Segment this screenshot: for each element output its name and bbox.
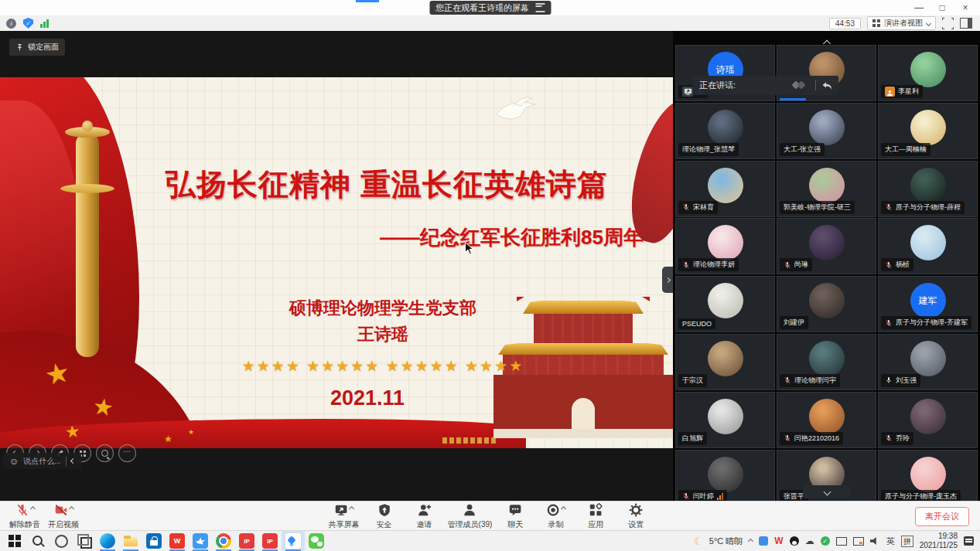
participant-tile[interactable]: 闫叶婷 bbox=[675, 450, 775, 501]
participant-tile[interactable]: 杨桢 bbox=[878, 218, 978, 274]
chevron-up-icon[interactable] bbox=[29, 506, 35, 512]
chevron-up-icon[interactable] bbox=[561, 506, 566, 512]
participant-tile[interactable]: 刘玉强 bbox=[878, 334, 978, 390]
participant-tile[interactable]: 理论物理李妍 bbox=[675, 218, 775, 274]
taskbar-chrome-button[interactable] bbox=[212, 531, 235, 551]
network-quality-icon[interactable] bbox=[40, 19, 49, 28]
toolbar-button-label: 共享屏幕 bbox=[329, 519, 360, 530]
participant-tile[interactable]: 理论物理闫宇 bbox=[777, 334, 876, 390]
fullscreen-icon[interactable] bbox=[942, 18, 954, 29]
collapse-panel-button[interactable] bbox=[662, 267, 673, 293]
quick-chat-pill[interactable]: ☺ 说点什么... bbox=[3, 453, 81, 469]
tray-app-icon[interactable] bbox=[759, 536, 768, 546]
volume-tray-icon[interactable] bbox=[870, 537, 880, 545]
participant-name: 原子与分子物理-薛程 bbox=[896, 202, 961, 213]
participant-tile[interactable]: 大工-张立强 bbox=[777, 103, 876, 159]
leave-meeting-button[interactable]: 离开会议 bbox=[915, 507, 969, 526]
collapse-pill-icon[interactable] bbox=[70, 458, 76, 464]
taskbar-taskview-button[interactable] bbox=[73, 531, 96, 551]
taskbar-start-button[interactable] bbox=[3, 531, 26, 551]
participant-nameplate: 尚琳 bbox=[780, 258, 812, 271]
more-options-button[interactable]: ⋯ bbox=[118, 444, 136, 462]
toolbar-monitor-button[interactable]: 共享屏幕 bbox=[327, 504, 361, 530]
toolbar-apps-button[interactable]: 应用 bbox=[579, 504, 613, 530]
scroll-down-button[interactable] bbox=[803, 485, 851, 498]
participant-tile[interactable]: 闫艳22102016 bbox=[777, 392, 876, 448]
ime-indicator[interactable]: 拼 bbox=[901, 536, 913, 547]
record-icon bbox=[546, 503, 560, 517]
participant-name: 于宗汉 bbox=[682, 376, 703, 386]
taskbar-wechat-button[interactable] bbox=[305, 531, 328, 551]
toolbar-chat-button[interactable]: 聊天 bbox=[498, 504, 532, 530]
emoji-icon[interactable]: ☺ bbox=[9, 457, 19, 466]
scroll-up-button[interactable] bbox=[808, 34, 845, 51]
wps-tray-icon[interactable]: W bbox=[774, 536, 783, 546]
toolbar-person-button[interactable]: 管理成员(39) bbox=[448, 504, 493, 530]
apps-icon bbox=[589, 503, 603, 517]
toolbar-cam-off-button[interactable]: 开启视频 bbox=[46, 504, 80, 530]
display-tray-icon[interactable] bbox=[836, 537, 847, 546]
close-button[interactable]: × bbox=[954, 0, 977, 15]
participant-avatar bbox=[708, 225, 743, 260]
reply-arrow-icon[interactable] bbox=[821, 81, 832, 90]
participant-tile[interactable]: 郭美岐-物理学院-研三 bbox=[777, 161, 876, 217]
toolbar-person-plus-button[interactable]: 邀请 bbox=[408, 504, 442, 530]
taskbar-wps-button[interactable]: W bbox=[166, 531, 189, 551]
participant-name: 理论物理闫宇 bbox=[794, 376, 836, 386]
qq-tray-icon[interactable] bbox=[790, 536, 799, 546]
speaking-label: 正在讲话: bbox=[699, 80, 736, 91]
taskbar-class2-button[interactable]: IP bbox=[258, 531, 282, 551]
toolbar-shield-button[interactable]: 安全 bbox=[367, 504, 401, 530]
participant-tile[interactable]: 宋林育 bbox=[675, 161, 775, 217]
participant-tile[interactable]: PSEUDO bbox=[675, 276, 775, 332]
minimize-button[interactable]: — bbox=[907, 0, 930, 15]
participant-tile[interactable]: 建军 原子与分子物理-齐建军 bbox=[878, 276, 978, 332]
view-mode-button[interactable]: 演讲者视图 bbox=[867, 16, 936, 30]
participant-tile[interactable]: 原子与分子物理-庞玉杰 bbox=[878, 450, 978, 501]
participant-tile[interactable]: 刘建伊 bbox=[777, 276, 876, 332]
maximize-button[interactable]: □ bbox=[930, 0, 954, 15]
action-center-icon[interactable] bbox=[964, 536, 974, 546]
participant-nameplate: 白旭辉 bbox=[678, 432, 707, 445]
quick-chat-placeholder[interactable]: 说点什么... bbox=[23, 456, 60, 467]
security-shield-icon[interactable]: ✓ bbox=[23, 18, 33, 29]
taskbar-edge-button[interactable] bbox=[96, 531, 119, 551]
weather-moon-icon[interactable]: ☾ bbox=[694, 536, 703, 547]
security-tray-icon[interactable]: ✓ bbox=[821, 536, 830, 546]
participant-tile[interactable]: 乔玲 bbox=[878, 392, 978, 448]
toolbar-gear-button[interactable]: 设置 bbox=[619, 504, 653, 530]
toolbar-record-button[interactable]: 录制 bbox=[538, 504, 572, 530]
participant-tile[interactable]: 李星利 bbox=[878, 45, 978, 101]
taskbar-explorer-button[interactable] bbox=[119, 531, 142, 551]
banner-menu-icon[interactable] bbox=[535, 3, 545, 12]
participant-tile[interactable]: 于宗汉 bbox=[675, 334, 775, 390]
tray-expand-icon[interactable] bbox=[748, 538, 753, 543]
meeting-info-icon[interactable]: i bbox=[6, 19, 16, 29]
magnifier-button[interactable] bbox=[96, 444, 114, 462]
taskbar-docs-button[interactable] bbox=[189, 531, 212, 551]
participant-tile[interactable]: 尚琳 bbox=[777, 218, 876, 274]
capture-tray-icon[interactable] bbox=[853, 537, 864, 546]
side-panel-toggle-icon[interactable] bbox=[960, 18, 972, 29]
toolbar-button-label: 安全 bbox=[377, 519, 392, 530]
chevron-up-icon[interactable] bbox=[68, 506, 73, 512]
toolbar-mic-off-button[interactable]: 解除静音 bbox=[8, 504, 42, 530]
taskbar-search-button[interactable] bbox=[26, 531, 50, 551]
windows-taskbar: WIPIP ☾ 5°C 晴朗 W ☁ ✓ 英 拼 19:38 2021/11/2… bbox=[0, 530, 980, 551]
participant-tile[interactable]: 理论物理_张慧琴 bbox=[675, 103, 775, 159]
taskbar-store-button[interactable] bbox=[142, 531, 166, 551]
participant-tile[interactable]: 大工—周楠楠 bbox=[878, 103, 978, 159]
taskbar-cortana-button[interactable] bbox=[50, 531, 73, 551]
chevron-up-icon[interactable] bbox=[349, 506, 354, 512]
tray-weather[interactable]: 5°C 晴朗 bbox=[709, 536, 743, 547]
taskbar-clock[interactable]: 19:38 2021/11/25 bbox=[920, 532, 958, 550]
language-indicator[interactable]: 英 bbox=[886, 536, 895, 547]
lock-view-button[interactable]: 锁定画面 bbox=[9, 39, 65, 56]
taskbar-meeting-button[interactable] bbox=[282, 531, 305, 551]
toolbar-button-label: 应用 bbox=[588, 519, 603, 530]
participant-tile[interactable]: 原子与分子物理-薛程 bbox=[878, 161, 978, 217]
participant-tile[interactable]: 白旭辉 bbox=[675, 392, 775, 448]
participant-avatar bbox=[708, 110, 743, 145]
cloud-tray-icon[interactable]: ☁ bbox=[805, 536, 814, 546]
taskbar-class1-button[interactable]: IP bbox=[235, 531, 258, 551]
